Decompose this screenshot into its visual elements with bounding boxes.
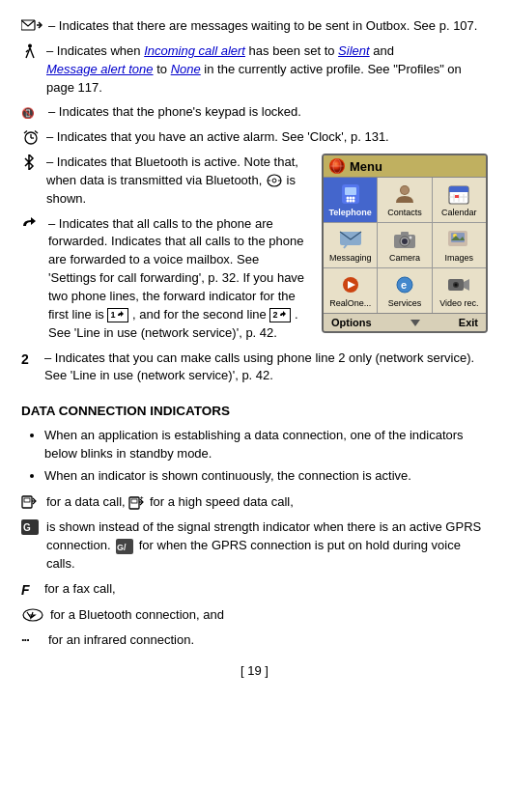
messaging-grid-icon: [337, 228, 364, 251]
infrared-text: for an infrared connection.: [48, 631, 194, 650]
services-label: Services: [388, 298, 422, 308]
data-call-icon: [21, 493, 42, 510]
keypad-locked-indicator: 📵 – Indicates that the phone's keypad is…: [21, 103, 488, 122]
svg-marker-53: [410, 320, 420, 326]
line2-number-icon: 2: [21, 350, 41, 369]
page-number: [ 19 ]: [21, 663, 488, 678]
fax-icon: F: [21, 580, 41, 600]
line2-text: – Indicates that you can make calls usin…: [44, 350, 488, 386]
outbox-icon: [21, 17, 44, 34]
incoming-call-alert-link: Incoming call alert: [144, 43, 245, 58]
svg-point-41: [409, 237, 411, 239]
svg-rect-34: [455, 195, 459, 198]
videorec-grid-icon: [445, 273, 472, 296]
svg-point-55: [272, 179, 276, 182]
keypad-locked-text: – Indicates that the phone's keypad is l…: [48, 103, 301, 122]
alarm-text: – Indicates that you have an active alar…: [46, 128, 389, 147]
alarm-indicator: – Indicates that you have an active alar…: [21, 128, 488, 147]
realone-grid-icon: [337, 273, 364, 296]
bluetooth-indicator: – Indicates that Bluetooth is active. No…: [21, 154, 310, 209]
svg-marker-50: [464, 279, 469, 291]
line1-icon: 1: [107, 308, 128, 322]
softkey-options[interactable]: Options: [331, 317, 372, 328]
phone-softkeys: Options Exit: [324, 314, 486, 331]
data-call-text: for a data call, + for a high speed data…: [46, 493, 294, 512]
videorec-label: Video rec.: [439, 298, 478, 308]
silent-icon: [21, 42, 42, 59]
softkey-arrow-icon: [410, 317, 421, 328]
svg-text:G/: G/: [117, 543, 127, 552]
forward-icon: [21, 215, 44, 232]
grid-item-calendar[interactable]: Calendar: [433, 178, 486, 222]
softkey-exit[interactable]: Exit: [459, 317, 478, 328]
calendar-grid-icon: [445, 182, 472, 206]
data-section: DATA CONNECTION INDICATORS When an appli…: [21, 402, 488, 649]
fax-text: for a fax call,: [44, 580, 116, 599]
grid-item-messaging[interactable]: Messaging: [324, 223, 377, 267]
messaging-label: Messaging: [329, 253, 372, 263]
svg-line-7: [26, 50, 28, 52]
bluetooth-section: Menu: [21, 154, 488, 392]
softkeys-mid-area: [410, 317, 421, 328]
line2-icon: 2: [269, 308, 291, 322]
outbox-text: – Indicates that there are messages wait…: [48, 17, 477, 36]
data-section-heading: DATA CONNECTION INDICATORS: [21, 402, 488, 421]
data-call-indicator: for a data call, + for a high speed data…: [21, 493, 488, 512]
svg-rect-29: [449, 190, 468, 192]
calendar-label: Calendar: [441, 208, 477, 217]
images-label: Images: [445, 253, 474, 263]
forward-text: – Indicates that all calls to the phone …: [48, 215, 310, 343]
grid-item-services[interactable]: e Services: [378, 268, 431, 313]
contacts-label: Contacts: [387, 208, 422, 217]
telephone-label: Telephone: [328, 208, 371, 217]
infrared-icon: ···: [21, 631, 44, 650]
bluetooth-conn-text: for a Bluetooth connection, and: [50, 606, 224, 625]
silent-text: – Indicates when Incoming call alert has…: [46, 42, 488, 98]
grid-item-images[interactable]: Images: [433, 223, 486, 267]
silent-indicator: – Indicates when Incoming call alert has…: [21, 42, 488, 98]
grid-item-realone[interactable]: RealOne...: [324, 268, 377, 313]
svg-point-39: [402, 238, 408, 244]
svg-rect-40: [401, 232, 409, 236]
svg-line-12: [24, 131, 27, 134]
phone-screen: Menu: [322, 154, 488, 333]
message-alert-tone-link: Message alert tone: [46, 62, 154, 76]
fax-indicator: F for a fax call,: [21, 580, 488, 600]
svg-point-52: [455, 284, 458, 287]
data-bullet-list: When an application is establishing a da…: [44, 427, 488, 487]
svg-line-6: [32, 53, 34, 58]
svg-text:+: +: [140, 495, 144, 500]
svg-text:G: G: [23, 522, 31, 533]
svg-point-2: [28, 43, 32, 47]
grid-item-telephone[interactable]: Telephone: [324, 178, 377, 222]
phone-menu-screenshot: Menu: [322, 154, 488, 333]
grid-item-videorec[interactable]: Video rec.: [433, 268, 486, 313]
svg-point-20: [349, 197, 352, 200]
realone-label: RealOne...: [329, 298, 371, 308]
svg-line-4: [30, 47, 32, 53]
menu-title: Menu: [350, 159, 382, 174]
bullet-item-1: When an application is establishing a da…: [44, 427, 488, 463]
svg-rect-59: [24, 498, 30, 502]
svg-text:📵: 📵: [21, 106, 35, 119]
svg-point-22: [346, 200, 349, 203]
images-grid-icon: [445, 228, 472, 251]
bullet-item-2: When an indicator is shown continuously,…: [44, 467, 488, 486]
gprs-indicator: G is shown instead of the signal strengt…: [21, 518, 488, 574]
svg-point-19: [346, 197, 349, 200]
page-content: – Indicates that there are messages wait…: [21, 17, 488, 678]
svg-point-26: [401, 186, 409, 194]
high-speed-icon: +: [128, 495, 146, 511]
grid-item-contacts[interactable]: Contacts: [378, 178, 431, 222]
camera-grid-icon: [391, 228, 418, 251]
svg-rect-18: [345, 187, 356, 195]
menu-sphere-icon: [329, 158, 345, 174]
svg-point-23: [349, 200, 352, 203]
outbox-indicator: – Indicates that there are messages wait…: [21, 17, 488, 36]
services-grid-icon: e: [391, 273, 418, 296]
camera-label: Camera: [389, 253, 420, 263]
bluetooth-text: – Indicates that Bluetooth is active. No…: [46, 154, 310, 209]
grid-item-camera[interactable]: Camera: [378, 223, 431, 267]
keypad-lock-icon: 📵: [21, 103, 44, 120]
infrared-indicator: ··· for an infrared connection.: [21, 631, 488, 650]
